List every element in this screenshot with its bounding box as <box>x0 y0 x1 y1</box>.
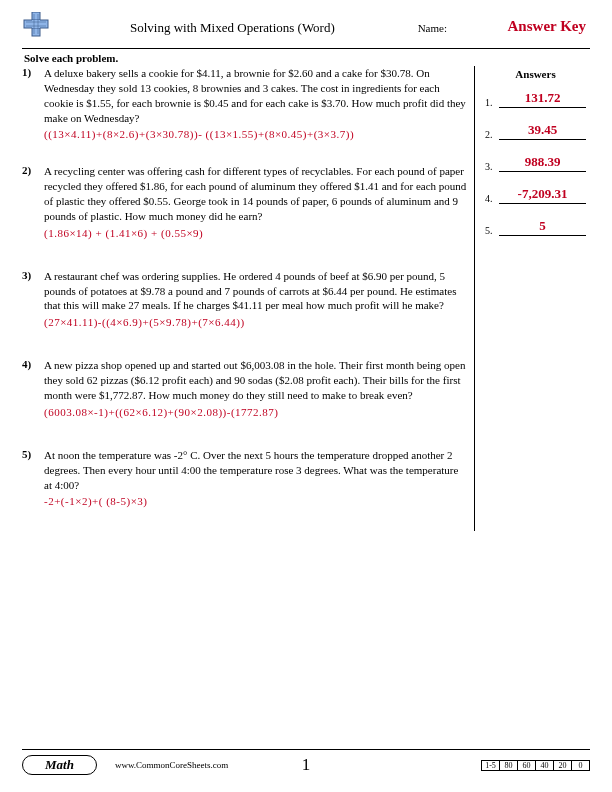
footer-page-number: 1 <box>302 755 311 775</box>
problem-number: 5) <box>22 448 44 508</box>
problem-5: 5) At noon the temperature was -2° C. Ov… <box>22 448 468 508</box>
answer-row-5: 5. 5 <box>485 218 586 236</box>
problem-text: A recycling center was offering cash for… <box>44 164 468 223</box>
answer-number: 4. <box>485 193 499 204</box>
answer-value: 131.72 <box>499 90 586 108</box>
answer-number: 3. <box>485 161 499 172</box>
problems-column: 1) A deluxe bakery sells a cookie for $4… <box>22 66 472 531</box>
problem-3: 3) A restaurant chef was ordering suppli… <box>22 269 468 329</box>
footer-site: www.CommonCoreSheets.com <box>115 760 228 770</box>
problem-number: 4) <box>22 358 44 418</box>
answer-value: -7,209.31 <box>499 186 586 204</box>
problem-2: 2) A recycling center was offering cash … <box>22 164 468 238</box>
answers-title: Answers <box>485 68 586 80</box>
problem-solution: ((13×4.11)+(8×2.6)+(3×30.78))- ((13×1.55… <box>44 128 468 140</box>
problem-text: A deluxe bakery sells a cookie for $4.11… <box>44 66 468 125</box>
answer-row-3: 3. 988.39 <box>485 154 586 172</box>
footer-row: Math www.CommonCoreSheets.com 1 1-5 80 6… <box>22 754 590 776</box>
logo-cross-icon <box>22 12 50 46</box>
answers-column: Answers 1. 131.72 2. 39.45 3. 988.39 4. … <box>474 66 586 531</box>
answer-value: 39.45 <box>499 122 586 140</box>
main-area: 1) A deluxe bakery sells a cookie for $4… <box>0 66 612 531</box>
score-label: 1-5 <box>482 760 500 770</box>
answer-row-2: 2. 39.45 <box>485 122 586 140</box>
footer: Math www.CommonCoreSheets.com 1 1-5 80 6… <box>22 749 590 776</box>
problem-number: 1) <box>22 66 44 140</box>
score-table: 1-5 80 60 40 20 0 <box>481 760 590 771</box>
problem-1: 1) A deluxe bakery sells a cookie for $4… <box>22 66 468 140</box>
problem-4: 4) A new pizza shop opened up and starte… <box>22 358 468 418</box>
answer-value: 5 <box>499 218 586 236</box>
problem-solution: (6003.08×-1)+((62×6.12)+(90×2.08))-(1772… <box>44 406 468 418</box>
problem-solution: (1.86×14) + (1.41×6) + (0.55×9) <box>44 227 468 239</box>
subject-badge: Math <box>22 755 97 775</box>
problem-text: A restaurant chef was ordering supplies.… <box>44 269 468 314</box>
score-cell: 0 <box>572 760 590 770</box>
answer-number: 2. <box>485 129 499 140</box>
problem-number: 3) <box>22 269 44 329</box>
score-cell: 80 <box>500 760 518 770</box>
answer-key-label: Answer Key <box>508 18 586 35</box>
score-cell: 20 <box>554 760 572 770</box>
answer-row-1: 1. 131.72 <box>485 90 586 108</box>
instruction-text: Solve each problem. <box>24 52 612 64</box>
problem-text: At noon the temperature was -2° C. Over … <box>44 448 468 493</box>
name-label: Name: <box>418 22 447 34</box>
score-cell: 60 <box>518 760 536 770</box>
header: Solving with Mixed Operations (Word) Nam… <box>0 0 612 48</box>
problem-solution: -2+(-1×2)+( (8-5)×3) <box>44 495 468 507</box>
svg-rect-2 <box>32 20 40 28</box>
problem-number: 2) <box>22 164 44 238</box>
header-rule <box>22 48 590 49</box>
answer-number: 1. <box>485 97 499 108</box>
answer-row-4: 4. -7,209.31 <box>485 186 586 204</box>
answer-value: 988.39 <box>499 154 586 172</box>
worksheet-page: Solving with Mixed Operations (Word) Nam… <box>0 0 612 792</box>
problem-text: A new pizza shop opened up and started o… <box>44 358 468 403</box>
problem-solution: (27×41.11)-((4×6.9)+(5×9.78)+(7×6.44)) <box>44 316 468 328</box>
answer-number: 5. <box>485 225 499 236</box>
score-cell: 40 <box>536 760 554 770</box>
worksheet-title: Solving with Mixed Operations (Word) <box>130 20 335 36</box>
footer-rule <box>22 749 590 750</box>
